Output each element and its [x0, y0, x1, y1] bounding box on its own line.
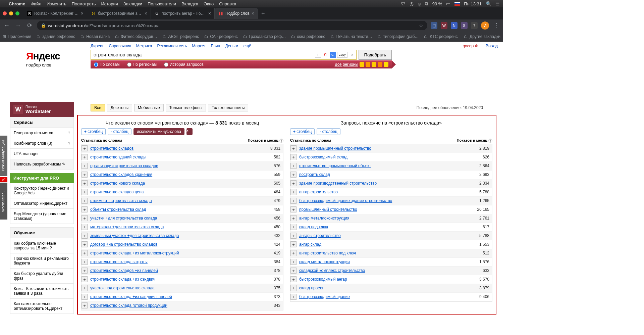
vtab-wordstater[interactable]: WordStater ↓ [0, 183, 7, 220]
battery-text[interactable]: 99 % [432, 1, 442, 6]
add-keyword-button[interactable]: + [82, 294, 88, 300]
keyword-link[interactable]: строительство склада готовой продукции [90, 303, 274, 308]
exclude-minus-button[interactable]: исключить минус-слова [133, 128, 184, 135]
add-keyword-button[interactable]: + [82, 285, 88, 291]
keyword-link[interactable]: строительство склада затраты [90, 259, 274, 264]
bookmark-item[interactable]: 🗀Новая папка [80, 34, 110, 39]
ws-svc-uta[interactable]: UTA-manager [10, 149, 74, 159]
add-keyword-button[interactable]: + [290, 294, 297, 300]
keyword-link[interactable]: ангар строительство [299, 190, 479, 194]
add-keyword-button[interactable]: + [82, 206, 88, 212]
tab-wordstat[interactable]: ▮▮ Подбор слов × [215, 8, 258, 19]
keyword-link[interactable]: организации строительство складов [90, 163, 274, 168]
filter-all[interactable]: Все [91, 104, 105, 111]
filter-desktop[interactable]: Десктопы [107, 104, 132, 111]
keyword-link[interactable]: строительство зданий склады [90, 155, 274, 159]
keyword-link[interactable]: склад под ключ [299, 225, 483, 229]
link-adnet[interactable]: Рекламная сеть [157, 44, 187, 48]
submit-button[interactable]: Подобрать [359, 50, 392, 60]
help-icon[interactable]: ? [279, 139, 283, 143]
ws-edu-item[interactable]: Прогноз кликов и рекламного бюджета [10, 253, 74, 269]
remove-column-button[interactable]: - столбец [317, 128, 340, 135]
ws-pro-bidmanager[interactable]: Бид-Менеджер (управление ставками) [10, 209, 74, 224]
close-window-icon[interactable] [3, 11, 7, 15]
menu-users[interactable]: Пользователи [148, 1, 176, 6]
tab-yandex[interactable]: Я быстровозводимые здания — × [87, 8, 151, 19]
radio-words[interactable] [94, 62, 98, 67]
minimize-window-icon[interactable] [9, 11, 13, 15]
keyword-link[interactable]: ангары строительство [299, 233, 479, 238]
add-keyword-button[interactable]: + [82, 224, 88, 230]
add-keyword-button[interactable]: + [290, 285, 297, 291]
other-bookmarks[interactable]: 🗀Другие закладки [464, 34, 500, 39]
yandex-logo[interactable]: Яндекс подбор слов [26, 50, 60, 67]
add-keyword-button[interactable]: + [82, 268, 88, 274]
add-keyword-button[interactable]: + [290, 250, 297, 256]
add-column-button[interactable]: + столбец [290, 128, 315, 135]
bluetooth-icon[interactable]: ⚼ [418, 1, 421, 7]
menu-tab[interactable]: Вкладка [181, 1, 198, 6]
link-bayan[interactable]: Баян [211, 44, 220, 48]
ext-icon[interactable]: N [451, 22, 458, 29]
region-icon[interactable] [366, 62, 370, 67]
close-minus-button[interactable]: x [186, 128, 193, 135]
add-keyword-button[interactable]: + [82, 233, 88, 239]
ws-write-dev[interactable]: Написать разработчикам ✎ [10, 159, 74, 170]
menu-view[interactable]: Посмотреть [72, 1, 96, 6]
back-button[interactable]: ← [3, 22, 11, 29]
clear-icon[interactable]: ⊘ [349, 52, 355, 58]
help-icon[interactable]: ? [488, 139, 492, 143]
add-column-button[interactable]: + столбец [81, 128, 106, 135]
keyword-link[interactable]: быстровозводимый склад [299, 155, 483, 159]
menu-bookmarks[interactable]: Закладки [123, 1, 142, 6]
keyword-link[interactable]: стоимость строительства склада [90, 198, 274, 203]
mode-words[interactable]: По словам [94, 62, 120, 67]
ws-svc-utm[interactable]: Генератор utm-меток? [10, 128, 74, 138]
add-keyword-button[interactable]: + [82, 302, 88, 308]
ext-wordstater-icon[interactable]: W [441, 22, 447, 29]
clock[interactable]: Пн 13:31 [464, 1, 482, 6]
bookmark-item[interactable]: 🗀здания референс [37, 34, 75, 39]
yandex-icon[interactable]: Я [322, 52, 328, 58]
link-market[interactable]: Маркет [192, 44, 206, 48]
add-keyword-button[interactable]: + [290, 145, 297, 151]
add-keyword-button[interactable]: + [290, 206, 297, 212]
add-keyword-button[interactable]: + [290, 180, 297, 186]
keyword-link[interactable]: складской комплекс строительство [299, 268, 483, 273]
bookmark-item[interactable]: 🗀типография (раб… [378, 34, 419, 39]
add-keyword-button[interactable]: + [290, 268, 297, 274]
keyword-link[interactable]: быстровозводимый ангар [299, 277, 479, 282]
google-icon[interactable]: G [330, 52, 336, 58]
filter-mobile[interactable]: Мобильные [134, 104, 164, 111]
maximize-window-icon[interactable] [15, 11, 19, 15]
keyword-link[interactable]: строительство складов хранения [90, 172, 274, 177]
add-keyword-button[interactable]: + [290, 163, 297, 169]
menu-icon[interactable]: ☰ [495, 1, 500, 6]
help-icon[interactable]: ? [68, 141, 70, 145]
all-regions-link[interactable]: Все регионы [335, 62, 358, 67]
chrome-menu-icon[interactable]: ⋮ [492, 22, 500, 29]
mode-regions[interactable]: По регионам [127, 62, 157, 67]
search-input[interactable] [91, 50, 315, 59]
keyword-link[interactable]: здание промышленный строительство [299, 146, 479, 151]
add-keyword-button[interactable]: + [290, 233, 297, 239]
close-tab-icon[interactable]: × [252, 11, 254, 16]
bookmark-item[interactable]: 🗀окна референс [291, 34, 325, 39]
menu-file[interactable]: Файл [31, 1, 41, 6]
username[interactable]: gocepuk [463, 44, 478, 48]
radio-regions[interactable] [127, 62, 131, 67]
keyword-link[interactable]: строительство склада +из металлоконструк… [90, 251, 274, 255]
add-keyword-button[interactable]: + [290, 224, 297, 230]
keyword-link[interactable]: участки +для строительства склада [90, 216, 274, 221]
add-keyword-button[interactable]: + [82, 154, 88, 160]
keyword-link[interactable]: быстровозводимый здание здание строитель… [299, 198, 479, 203]
menu-history[interactable]: История [101, 1, 118, 6]
bookmark-item[interactable]: 🗀Печать на тексти… [331, 34, 372, 39]
keyword-link[interactable]: материалы +для строительства склада [90, 225, 274, 229]
add-keyword-button[interactable]: + [82, 250, 88, 256]
ext-icon[interactable]: S [461, 22, 468, 29]
battery-icon[interactable]: ▭ [446, 1, 450, 6]
ws-edu-item[interactable]: Как собрать ключевые запросы за 15 мин.? [10, 238, 74, 253]
link-sprav[interactable]: Справочник [109, 44, 131, 48]
link-money[interactable]: Деньги [225, 44, 238, 48]
